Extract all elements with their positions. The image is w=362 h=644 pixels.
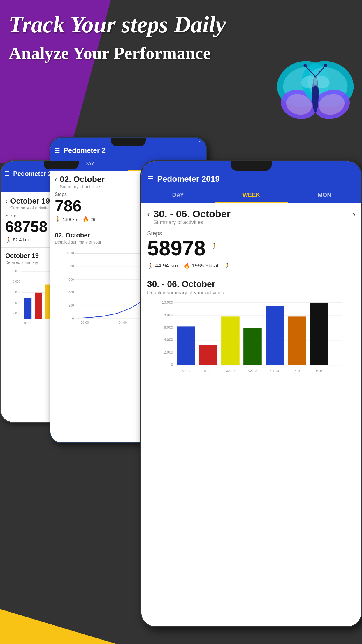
phone-2-back-arrow[interactable]: ‹ — [55, 176, 57, 183]
svg-text:800: 800 — [68, 265, 74, 268]
phone-2-calories: 🔥 26. — [82, 216, 96, 223]
phone-3-nav: ‹ 30. - 06. October Summary of activitie… — [141, 203, 361, 228]
phone-3-back-arrow[interactable]: ‹ — [147, 210, 150, 219]
phone-3-tab-day[interactable]: DAY — [141, 188, 215, 203]
svg-text:06.10: 06.10 — [315, 369, 324, 372]
phone-3-section-title: 30. - 06. October — [141, 276, 361, 290]
phone-2-notch — [111, 138, 146, 146]
phone-3-period-subtitle: Summary of activities — [153, 219, 352, 225]
phone-1-period-subtitle: Summary of activities — [10, 205, 52, 210]
svg-rect-26 — [24, 298, 31, 319]
svg-rect-62 — [177, 326, 195, 365]
svg-text:05.10: 05.10 — [24, 322, 31, 325]
phone-3-chart: 10,000 8,000 6,000 4,000 2,000 0 — [141, 299, 361, 402]
phone-3-walk-icon: 🚶 — [147, 262, 154, 269]
svg-text:05.10: 05.10 — [293, 369, 301, 372]
svg-text:8,000: 8,000 — [13, 280, 20, 283]
phone-3-stats: Steps 58978 🚶 🚶 44.94 km 🔥 — [141, 228, 361, 272]
phone-3-content: ‹ 30. - 06. October Summary of activitie… — [141, 203, 361, 626]
phone-3-screen: ☰ Pedometer 2019 DAY WEEK MON ‹ 30. - 06… — [141, 161, 361, 626]
phone-1-period-title: October 19 — [10, 197, 52, 205]
phone-3-period-title: 30. - 06. October — [153, 209, 352, 219]
svg-rect-66 — [266, 306, 284, 365]
phone-3-section-subtitle: Detailed summary of your activities — [141, 290, 361, 299]
svg-text:01.10: 01.10 — [204, 369, 213, 372]
svg-text:4,000: 4,000 — [164, 338, 173, 342]
svg-text:8,000: 8,000 — [164, 313, 173, 317]
svg-text:400: 400 — [68, 291, 74, 294]
phone-3-forward-arrow[interactable]: › — [353, 210, 355, 219]
svg-text:04:00: 04:00 — [119, 321, 127, 324]
phone-3-divider — [141, 274, 361, 274]
phone-3-tabs: DAY WEEK MON — [141, 188, 361, 203]
svg-text:04.10: 04.10 — [270, 369, 279, 372]
svg-text:600: 600 — [68, 278, 74, 281]
svg-rect-64 — [221, 316, 240, 365]
header-section: Track Your steps Daily Analyze Your Perf… — [9, 12, 226, 63]
phone-2-menu-icon[interactable]: ☰ — [55, 147, 60, 154]
phones-container: ☰ Pedometer 2 DAY ‹ October 19 Summary o… — [0, 137, 362, 639]
phone-3-app-title: Pedometer 2019 — [157, 174, 355, 184]
svg-text:2,000: 2,000 — [13, 312, 20, 315]
svg-text:02.10: 02.10 — [226, 369, 235, 372]
svg-text:10,000: 10,000 — [11, 270, 20, 273]
phone-3-calories: 🔥 1965.9kcal — [184, 262, 218, 269]
phone-2-fire-icon: 🔥 — [82, 216, 89, 223]
phone-3-distance: 🚶 44.94 km — [147, 262, 178, 269]
phone-1-walk-icon: 🚶 — [5, 237, 12, 243]
phone-1-back-arrow[interactable]: ‹ — [5, 198, 7, 205]
svg-rect-63 — [199, 345, 217, 365]
svg-text:6,000: 6,000 — [164, 325, 173, 329]
phone-3-notch — [231, 161, 272, 171]
phone-1-notch — [44, 161, 79, 169]
phone-2-distance: 🚶 1.58 km — [55, 216, 78, 223]
svg-text:4,000: 4,000 — [13, 301, 20, 304]
svg-point-10 — [303, 64, 307, 67]
header-subtitle: Analyze Your Performance — [9, 43, 226, 63]
phone-2-period-title: 02. October — [60, 175, 105, 184]
phone-3-walk2-icon: 🏃 — [224, 262, 231, 269]
svg-text:2,000: 2,000 — [164, 350, 173, 354]
phone-1-menu-icon[interactable]: ☰ — [4, 170, 10, 177]
phone-3-steps-value: 58978 — [147, 237, 205, 260]
phone-2-status-icon: ✓ — [199, 139, 202, 144]
svg-rect-68 — [310, 303, 328, 365]
svg-rect-65 — [243, 328, 262, 365]
svg-rect-67 — [288, 316, 306, 365]
phone-3-tab-month[interactable]: MON — [288, 188, 361, 203]
svg-rect-27 — [35, 293, 42, 319]
butterfly-decoration — [275, 55, 356, 137]
svg-text:10,000: 10,000 — [162, 300, 173, 304]
svg-point-12 — [324, 64, 327, 67]
phone-3-extra-icon: 🚶 — [211, 243, 218, 249]
phone-3-chart-svg: 10,000 8,000 6,000 4,000 2,000 0 — [146, 300, 357, 399]
svg-text:1000: 1000 — [67, 252, 74, 255]
header-title: Track Your steps Daily — [9, 12, 226, 37]
phone-3: ☰ Pedometer 2019 DAY WEEK MON ‹ 30. - 06… — [140, 160, 362, 627]
svg-text:00:00: 00:00 — [81, 321, 89, 324]
svg-text:200: 200 — [68, 304, 74, 307]
phone-3-menu-icon[interactable]: ☰ — [147, 175, 154, 183]
svg-text:0: 0 — [72, 317, 74, 320]
phone-1-distance: 🚶 52.4 km — [5, 237, 29, 243]
svg-text:30.09: 30.09 — [182, 369, 190, 372]
phone-3-fire-icon: 🔥 — [184, 262, 190, 269]
svg-text:03.10: 03.10 — [248, 369, 257, 372]
svg-text:0: 0 — [19, 318, 20, 321]
phone-3-tab-week[interactable]: WEEK — [215, 188, 288, 203]
phone-2-app-title: Pedometer 2 — [64, 146, 202, 155]
phone-3-steps-label: Steps — [147, 230, 355, 237]
phone-2-walk-icon: 🚶 — [55, 216, 61, 223]
svg-text:6,000: 6,000 — [13, 290, 20, 294]
svg-text:0: 0 — [171, 363, 173, 367]
phone-2-period-subtitle: Summary of activities — [60, 184, 105, 189]
